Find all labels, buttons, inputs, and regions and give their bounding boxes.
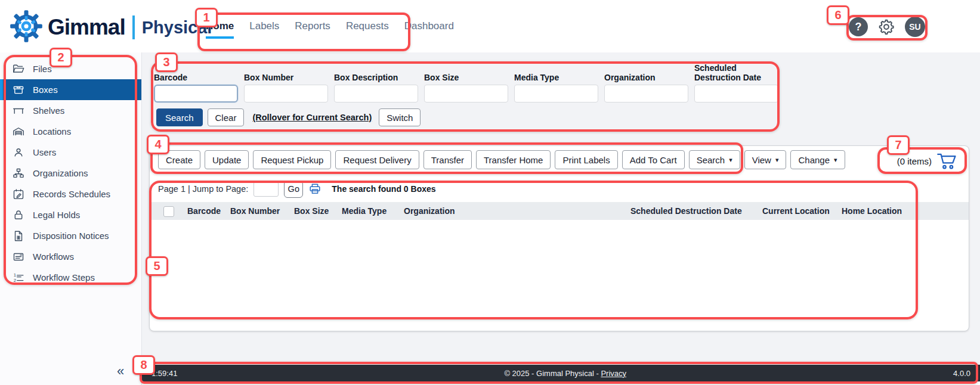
gimmal-physical-app: Gimmal Physical Home Labels Reports Requ…	[0, 0, 980, 385]
annotation-label-2: 2	[50, 48, 72, 67]
org-chart-icon	[12, 167, 25, 180]
column-header-organization[interactable]: Organization	[404, 202, 455, 220]
scheduled-destruction-date-input[interactable]	[694, 85, 778, 103]
results-card: Create Update Request Pickup Request Del…	[149, 145, 969, 331]
sidebar-item-label: Workflow Steps	[33, 272, 95, 282]
sidebar-item-label: Records Schedules	[33, 189, 110, 199]
search-button[interactable]: Search	[156, 108, 203, 126]
numbered-list-icon: 1 2	[12, 271, 25, 284]
nav-tab-labels[interactable]: Labels	[249, 20, 279, 32]
box-search-form: Barcode Box Number Box Description Box S…	[154, 62, 778, 103]
printer-icon[interactable]	[308, 182, 321, 195]
update-button[interactable]: Update	[205, 150, 249, 169]
annotation-label-8: 8	[132, 355, 155, 375]
warehouse-icon	[12, 125, 25, 138]
view-dropdown-label: View	[752, 155, 771, 165]
brand-separator	[132, 15, 135, 39]
nav-tab-reports[interactable]: Reports	[295, 20, 330, 32]
chevron-down-icon: ▾	[834, 156, 837, 164]
nav-tab-dashboard[interactable]: Dashboard	[404, 20, 454, 32]
toolbar: Create Update Request Pickup Request Del…	[158, 150, 845, 169]
select-all-checkbox[interactable]	[163, 206, 174, 217]
search-dropdown-label: Search	[697, 155, 725, 165]
sidebar-item-label: Legal Holds	[33, 210, 80, 220]
copyright-text: © 2025 - Gimmal Physical - Privacy	[177, 369, 953, 378]
change-dropdown-label: Change	[798, 155, 830, 165]
paging-row: Page 1 | Jump to Page: Go The search fou…	[158, 180, 436, 198]
column-header-box-number[interactable]: Box Number	[230, 202, 280, 220]
request-pickup-button[interactable]: Request Pickup	[253, 150, 331, 169]
column-header-barcode[interactable]: Barcode	[187, 202, 221, 220]
sidebar-item-label: Organizations	[33, 168, 88, 178]
media-type-input[interactable]	[514, 85, 598, 103]
svg-text:2: 2	[14, 278, 16, 283]
settings-gear-icon[interactable]	[877, 18, 895, 36]
sidebar-item-disposition-notices[interactable]: Disposition Notices	[0, 225, 141, 246]
transfer-button[interactable]: Transfer	[423, 150, 472, 169]
sidebar-item-label: Files	[33, 64, 52, 74]
sidebar-item-label: Workflows	[33, 252, 74, 262]
privacy-link[interactable]: Privacy	[601, 369, 626, 378]
print-labels-button[interactable]: Print Labels	[555, 150, 617, 169]
switch-button[interactable]: Switch	[379, 108, 421, 126]
sidebar-item-users[interactable]: Users	[0, 142, 141, 163]
column-header-home-location[interactable]: Home Location	[842, 202, 902, 220]
sidebar-item-label: Locations	[33, 126, 71, 136]
barcode-input[interactable]	[154, 85, 238, 103]
sidebar-item-label: Shelves	[33, 105, 64, 116]
clear-button[interactable]: Clear	[208, 108, 245, 126]
shopping-cart-icon	[936, 152, 958, 170]
view-dropdown-button[interactable]: View ▾	[744, 150, 787, 169]
sidebar-item-boxes[interactable]: Boxes	[0, 79, 141, 100]
annotation-label-6: 6	[827, 5, 849, 25]
calendar-pencil-icon	[12, 188, 25, 201]
transfer-home-button[interactable]: Transfer Home	[476, 150, 551, 169]
page-jump-label: Page 1 | Jump to Page:	[158, 184, 248, 194]
results-table-header: Barcode Box Number Box Size Media Type O…	[150, 202, 969, 220]
document-icon	[12, 229, 25, 243]
request-delivery-button[interactable]: Request Delivery	[335, 150, 419, 169]
sidebar-item-workflow-steps[interactable]: 1 2 Workflow Steps	[0, 267, 141, 288]
annotation-label-7: 7	[887, 135, 910, 155]
sidebar-item-legal-holds[interactable]: Legal Holds	[0, 204, 141, 225]
box-description-input[interactable]	[334, 85, 418, 103]
sidebar-item-organizations[interactable]: Organizations	[0, 163, 141, 184]
rollover-current-search-link[interactable]: (Rollover for Current Search)	[252, 113, 372, 122]
field-label-organization: Organization	[604, 62, 688, 85]
field-label-scheduled-destruction-date: Scheduled Destruction Date	[694, 62, 778, 85]
nav-tab-requests[interactable]: Requests	[346, 20, 389, 32]
box-number-input[interactable]	[244, 85, 328, 103]
go-button[interactable]: Go	[284, 181, 303, 198]
sidebar-item-label: Users	[33, 147, 56, 157]
column-header-box-size[interactable]: Box Size	[294, 202, 329, 220]
search-result-summary: The search found 0 Boxes	[332, 184, 435, 194]
field-label-box-description: Box Description	[334, 62, 418, 85]
field-label-box-size: Box Size	[424, 62, 508, 85]
change-dropdown-button[interactable]: Change ▾	[790, 150, 845, 169]
search-dropdown-button[interactable]: Search ▾	[689, 150, 740, 169]
sidebar-collapse-chevron-icon[interactable]: «	[117, 364, 124, 379]
sidebar-item-label: Boxes	[33, 85, 58, 95]
jump-to-page-input[interactable]	[253, 182, 279, 197]
user-avatar[interactable]: SU	[905, 17, 925, 37]
add-to-cart-button[interactable]: Add To Cart	[622, 150, 685, 169]
help-icon[interactable]: ?	[849, 17, 868, 36]
main-nav: Home Labels Reports Requests Dashboard	[206, 0, 454, 52]
organization-input[interactable]	[604, 85, 688, 103]
chevron-down-icon: ▾	[729, 156, 732, 164]
box-icon	[12, 83, 25, 97]
brand-name: Gimmal	[48, 15, 125, 40]
column-header-current-location[interactable]: Current Location	[762, 202, 830, 220]
sidebar-item-shelves[interactable]: Shelves	[0, 100, 141, 121]
search-form-buttons: Search Clear (Rollover for Current Searc…	[156, 108, 421, 126]
box-size-input[interactable]	[424, 85, 508, 103]
sidebar-item-workflows[interactable]: Workflows	[0, 246, 141, 267]
sidebar-item-records-schedules[interactable]: Records Schedules	[0, 184, 141, 204]
annotation-label-3: 3	[155, 52, 178, 72]
column-header-scheduled-destruction-date[interactable]: Scheduled Destruction Date	[630, 202, 742, 220]
sidebar-item-locations[interactable]: Locations	[0, 121, 141, 142]
annotation-label-1: 1	[195, 8, 218, 27]
workflow-icon	[12, 250, 25, 263]
lock-icon	[12, 209, 25, 222]
column-header-media-type[interactable]: Media Type	[342, 202, 387, 220]
